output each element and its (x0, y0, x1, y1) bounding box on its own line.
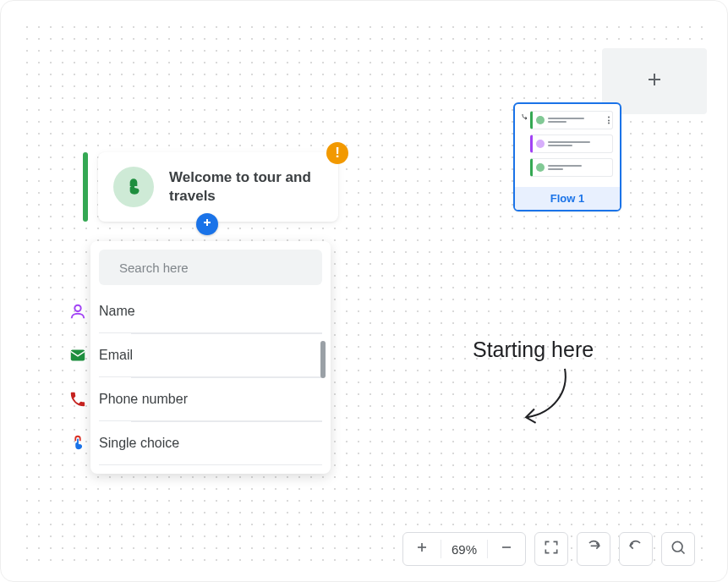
touch-icon (113, 167, 154, 207)
dropdown-item-label: Phone number (99, 392, 188, 407)
mini-card (530, 111, 613, 129)
mini-card (530, 135, 613, 153)
flow-start-arrow-icon (520, 111, 530, 123)
dropdown-item-label: Single choice (99, 436, 179, 451)
plus-icon (200, 216, 214, 233)
fullscreen-icon (543, 539, 560, 559)
flow-thumbnail[interactable]: Flow 1 (513, 102, 621, 211)
annotation-arrow-icon (515, 365, 584, 434)
dropdown-item-label: Name (99, 304, 135, 319)
flow-node[interactable]: Welcome to tour and travels ! (83, 152, 338, 222)
mini-card-icon (536, 163, 545, 172)
svg-point-11 (672, 541, 682, 552)
zoom-in-button[interactable] (413, 539, 430, 559)
email-icon (68, 346, 87, 365)
separator (487, 540, 488, 558)
flow-thumbnail-label: Flow 1 (515, 187, 620, 210)
dropdown-search[interactable] (99, 250, 322, 285)
svg-rect-7 (71, 350, 85, 361)
svg-line-12 (681, 551, 685, 554)
field-type-dropdown: Name Email Phone number (90, 241, 331, 474)
mini-card (530, 158, 613, 177)
zoom-group: 69% (402, 532, 526, 566)
undo-button[interactable] (619, 532, 653, 566)
search-input[interactable] (119, 261, 312, 275)
dropdown-item-name[interactable]: Name (99, 290, 322, 333)
dropdown-item-phone[interactable]: Phone number (99, 378, 322, 421)
zoom-out-button[interactable] (498, 539, 515, 559)
tap-icon (68, 434, 87, 453)
dropdown-item-label: Email (99, 348, 133, 363)
undo-icon (627, 539, 644, 559)
flow-node-accent (83, 152, 88, 222)
alert-badge-icon[interactable]: ! (326, 142, 348, 164)
search-icon (670, 539, 687, 559)
plus-icon (644, 69, 665, 93)
annotation-text: Starting here (473, 338, 594, 362)
flow-thumbnail-body (515, 104, 620, 187)
scrollbar-thumb[interactable] (320, 341, 326, 378)
mini-card-icon (536, 140, 545, 148)
flow-node-title: Welcome to tour and travels (169, 168, 323, 206)
add-node-button[interactable] (196, 213, 218, 235)
dropdown-item-email[interactable]: Email (99, 334, 322, 377)
phone-icon (68, 390, 87, 409)
mini-card-icon (536, 116, 545, 124)
canvas-toolbar: 69% (402, 532, 695, 566)
svg-point-6 (74, 305, 80, 311)
fullscreen-button[interactable] (534, 532, 568, 566)
separator (441, 540, 441, 558)
redo-icon (585, 539, 602, 559)
search-button[interactable] (661, 532, 695, 566)
person-icon (68, 302, 87, 321)
zoom-level: 69% (452, 542, 477, 557)
dropdown-item-single-choice[interactable]: Single choice (99, 422, 322, 465)
scrollbar[interactable] (320, 341, 326, 459)
kebab-icon (608, 117, 610, 124)
redo-button[interactable] (577, 532, 610, 566)
